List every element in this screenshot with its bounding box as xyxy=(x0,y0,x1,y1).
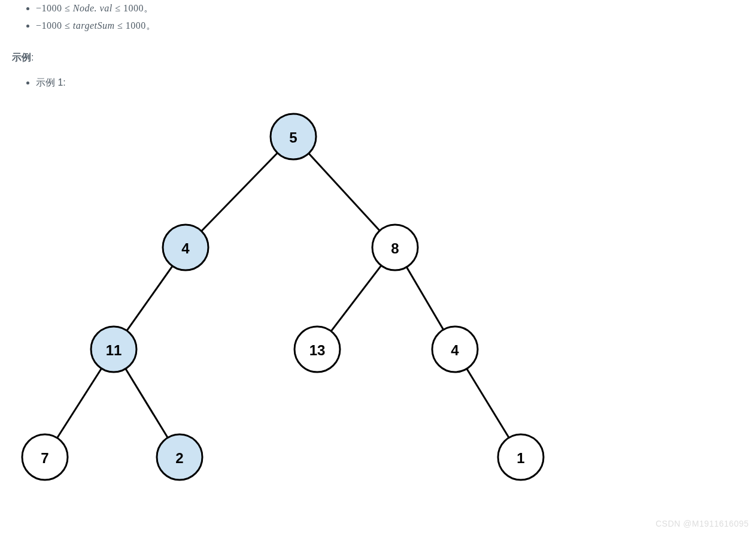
tree-node: 5 xyxy=(271,114,316,159)
constraint-text: −1000 ≤ targetSum ≤ 1000。 xyxy=(36,20,156,31)
tree-node: 11 xyxy=(91,327,136,372)
tree-node-label: 4 xyxy=(451,342,459,358)
tree-node: 7 xyxy=(22,434,68,480)
tree-node-label: 2 xyxy=(175,450,183,466)
tree-node-label: 5 xyxy=(289,129,297,146)
tree-edge xyxy=(127,266,172,331)
example-list: 示例 1: xyxy=(12,74,744,92)
constraint-text: −1000 ≤ Node. val ≤ 1000。 xyxy=(36,3,153,13)
tree-node-label: 1 xyxy=(517,450,524,466)
constraint-item: −1000 ≤ Node. val ≤ 1000。 xyxy=(36,0,744,17)
tree-node: 8 xyxy=(372,225,418,270)
tree-node-label: 11 xyxy=(106,342,122,358)
tree-edge xyxy=(126,369,168,438)
tree-node: 2 xyxy=(157,434,202,480)
tree-edge xyxy=(467,369,509,438)
tree-edge xyxy=(57,368,101,438)
constraints-list: −1000 ≤ Node. val ≤ 1000。 −1000 ≤ target… xyxy=(12,0,744,35)
example-heading: 示例: xyxy=(12,49,744,67)
tree-node: 4 xyxy=(432,327,478,372)
constraint-item: −1000 ≤ targetSum ≤ 1000。 xyxy=(36,17,744,35)
example-item: 示例 1: xyxy=(36,74,744,92)
tree-diagram: 54811134721 xyxy=(12,104,744,487)
tree-node-label: 7 xyxy=(41,450,48,466)
tree-node: 13 xyxy=(294,327,340,372)
tree-edge xyxy=(331,265,381,331)
tree-node-label: 4 xyxy=(181,240,190,256)
tree-node-label: 13 xyxy=(309,342,326,358)
tree-edge xyxy=(406,267,443,330)
tree-svg: 54811134721 xyxy=(12,104,557,487)
tree-edge xyxy=(309,153,380,231)
tree-node: 4 xyxy=(163,225,208,270)
tree-node: 1 xyxy=(498,434,544,480)
tree-node-label: 8 xyxy=(391,240,399,256)
tree-edge xyxy=(201,153,277,231)
example-label: 示例 1: xyxy=(36,77,66,87)
